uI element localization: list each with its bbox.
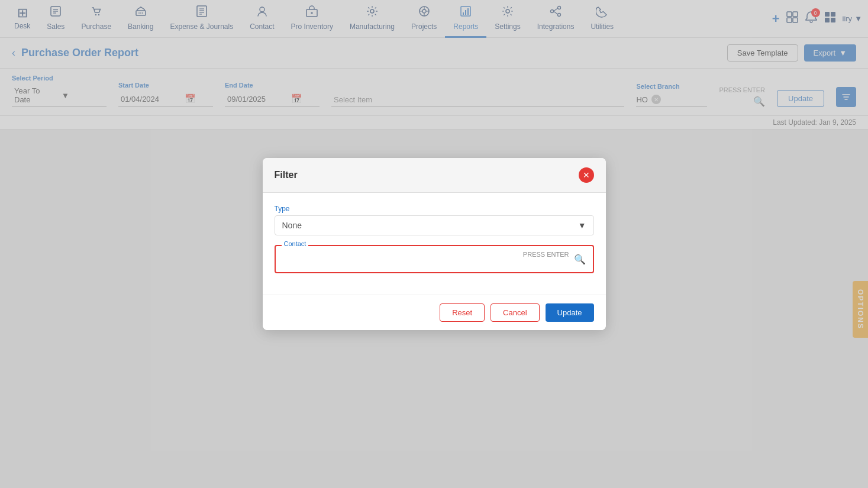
modal-title: Filter	[275, 170, 298, 180]
cancel-button[interactable]: Cancel	[491, 303, 539, 322]
filter-modal: Filter ✕ Type None ▼ Contact PRESS ENTER…	[263, 158, 606, 330]
modal-header: Filter ✕	[263, 158, 606, 193]
modal-footer: Reset Cancel Update	[263, 295, 606, 330]
contact-search-button[interactable]: 🔍	[574, 254, 586, 265]
modal-close-button[interactable]: ✕	[579, 167, 594, 183]
type-label: Type	[275, 205, 594, 213]
contact-press-enter-label: PRESS ENTER	[523, 251, 569, 258]
reset-button[interactable]: Reset	[440, 303, 485, 322]
type-value: None	[282, 221, 578, 230]
modal-update-button[interactable]: Update	[546, 303, 594, 322]
modal-body: Type None ▼ Contact PRESS ENTER 🔍	[263, 193, 606, 295]
modal-overlay: Filter ✕ Type None ▼ Contact PRESS ENTER…	[0, 0, 868, 488]
contact-field: Contact PRESS ENTER 🔍	[275, 245, 594, 273]
contact-label: Contact	[282, 240, 309, 247]
type-dropdown[interactable]: None ▼	[275, 215, 594, 235]
contact-inner: Contact PRESS ENTER 🔍	[276, 246, 593, 272]
type-chevron-icon: ▼	[578, 221, 586, 230]
contact-input-wrap: Contact PRESS ENTER 🔍	[275, 245, 594, 273]
type-field: Type None ▼	[275, 205, 594, 235]
